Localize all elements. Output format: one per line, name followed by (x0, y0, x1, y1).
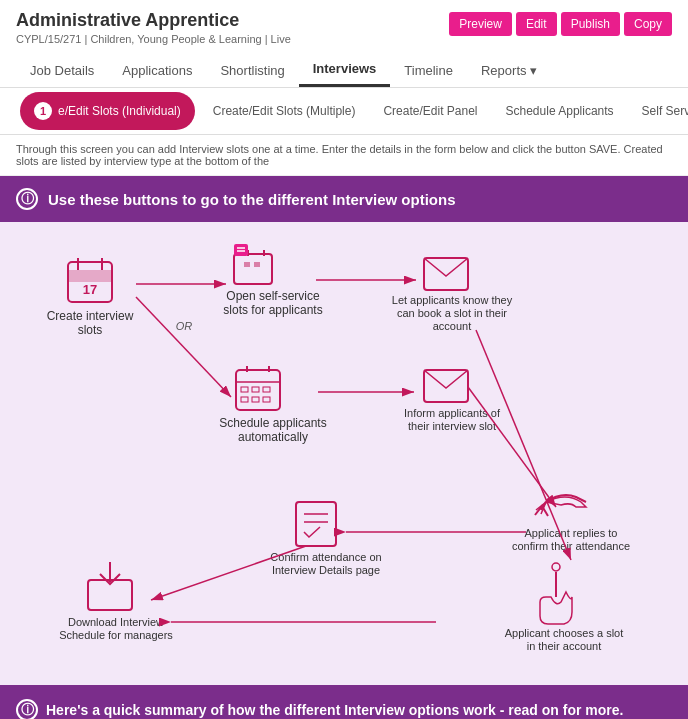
bottom-banner: ⓘ Here's a quick summary of how the diff… (0, 685, 688, 719)
open-self-service-label2: slots for applicants (223, 303, 322, 317)
svg-line-29 (468, 387, 556, 507)
inform-applicants-label2: their interview slot (408, 420, 496, 432)
tab-reports[interactable]: Reports ▾ (467, 53, 551, 87)
applicant-replies-label2: confirm their attendance (512, 540, 630, 552)
confirm-attendance-icon (296, 502, 336, 546)
confirm-attendance-label2: Interview Details page (272, 564, 380, 576)
applicant-chooses-icon (540, 563, 572, 624)
svg-line-6 (136, 297, 231, 397)
chevron-down-icon: ▾ (530, 63, 537, 78)
svg-rect-7 (234, 254, 272, 284)
sub-nav: 1 e/Edit Slots (Individual) Create/Edit … (0, 88, 688, 135)
info-text: Through this screen you can add Intervie… (16, 143, 663, 167)
open-self-service-label: Open self-service (226, 289, 320, 303)
schedule-auto-label: Schedule applicants (219, 416, 326, 430)
svg-rect-1 (68, 270, 112, 282)
svg-rect-30 (296, 502, 336, 546)
inform-applicants-icon (424, 370, 468, 402)
let-applicants-label3: account (433, 320, 472, 332)
edit-button[interactable]: Edit (516, 12, 557, 36)
schedule-auto-label2: automatically (238, 430, 308, 444)
or-label: OR (176, 320, 193, 332)
svg-line-40 (476, 330, 571, 560)
let-applicants-label2: can book a slot in their (397, 307, 507, 319)
tab-job-details[interactable]: Job Details (16, 53, 108, 87)
create-slots-label: Create interview (47, 309, 134, 323)
create-slots-label2: slots (78, 323, 103, 337)
flow-diagram: 17 Create interview slots OR Open self-s… (16, 242, 672, 662)
let-applicants-icon (424, 258, 468, 290)
sub-nav-number: 1 (34, 102, 52, 120)
svg-point-39 (552, 563, 560, 571)
svg-rect-25 (252, 397, 259, 402)
sub-nav-item-multiple[interactable]: Create/Edit Slots (Multiple) (199, 94, 370, 128)
download-label: Download Interview (68, 616, 164, 628)
app-meta: CYPL/15/271 | Children, Young People & L… (16, 33, 291, 45)
tab-applications[interactable]: Applications (108, 53, 206, 87)
download-label2: Schedule for managers (59, 629, 173, 641)
let-applicants-label: Let applicants know they (392, 294, 513, 306)
app-title: Administrative Apprentice (16, 10, 291, 31)
purple-banner-text: Use these buttons to go to the different… (48, 191, 456, 208)
tab-timeline[interactable]: Timeline (390, 53, 467, 87)
svg-rect-21 (241, 387, 248, 392)
open-self-service-icon (234, 244, 272, 284)
main-nav: Job Details Applications Shortlisting In… (16, 53, 672, 87)
app-info: Administrative Apprentice CYPL/15/271 | … (16, 10, 291, 45)
bottom-info-icon: ⓘ (16, 699, 38, 719)
svg-rect-22 (252, 387, 259, 392)
svg-rect-12 (234, 244, 248, 256)
info-bar: Through this screen you can add Intervie… (0, 135, 688, 176)
tab-interviews[interactable]: Interviews (299, 53, 391, 87)
svg-rect-23 (263, 387, 270, 392)
preview-button[interactable]: Preview (449, 12, 512, 36)
create-slots-icon: 17 (68, 258, 112, 302)
tab-shortlisting[interactable]: Shortlisting (206, 53, 298, 87)
bottom-banner-text: Here's a quick summary of how the differ… (46, 702, 623, 718)
sub-nav-label-individual: e/Edit Slots (Individual) (58, 104, 181, 118)
publish-button[interactable]: Publish (561, 12, 620, 36)
copy-button[interactable]: Copy (624, 12, 672, 36)
svg-rect-10 (244, 262, 250, 267)
reports-label: Reports (481, 63, 527, 78)
svg-text:17: 17 (83, 282, 97, 297)
download-schedule-icon (88, 562, 132, 610)
sub-nav-item-individual[interactable]: 1 e/Edit Slots (Individual) (20, 92, 195, 130)
header-top: Administrative Apprentice CYPL/15/271 | … (16, 10, 672, 45)
svg-rect-11 (254, 262, 260, 267)
header-buttons: Preview Edit Publish Copy (449, 12, 672, 36)
svg-rect-17 (236, 370, 280, 410)
sub-nav-item-schedule[interactable]: Schedule Applicants (492, 94, 628, 128)
applicant-replies-label: Applicant replies to (525, 527, 618, 539)
applicant-chooses-label: Applicant chooses a slot (505, 627, 624, 639)
flow-area: 17 Create interview slots OR Open self-s… (0, 222, 688, 685)
applicant-chooses-label2: in their account (527, 640, 602, 652)
svg-rect-26 (263, 397, 270, 402)
purple-banner: ⓘ Use these buttons to go to the differe… (0, 176, 688, 222)
applicant-replies-icon (535, 495, 586, 516)
svg-rect-24 (241, 397, 248, 402)
info-icon: ⓘ (16, 188, 38, 210)
sub-nav-item-panel[interactable]: Create/Edit Panel (369, 94, 491, 128)
schedule-auto-icon (236, 366, 280, 410)
header: Administrative Apprentice CYPL/15/271 | … (0, 0, 688, 88)
sub-nav-item-self-service[interactable]: Self Service Slots (628, 94, 688, 128)
